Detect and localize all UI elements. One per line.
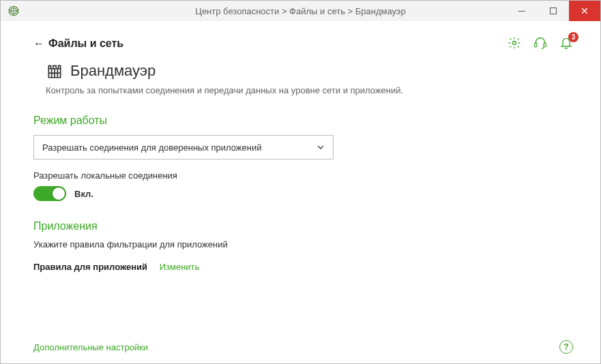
back-label: Файлы и сеть bbox=[48, 37, 123, 50]
mode-section-title: Режим работы bbox=[33, 115, 568, 127]
app-logo-icon bbox=[6, 3, 21, 18]
mode-select[interactable]: Разрешать соединения для доверенных прил… bbox=[33, 135, 334, 160]
svg-rect-5 bbox=[544, 43, 546, 47]
support-icon[interactable] bbox=[533, 36, 547, 50]
local-connections-toggle[interactable] bbox=[33, 186, 66, 201]
maximize-button[interactable] bbox=[538, 1, 569, 21]
chevron-down-icon bbox=[317, 143, 325, 151]
bell-icon[interactable]: 3 bbox=[559, 36, 573, 50]
page-title: Брандмауэр bbox=[70, 62, 156, 80]
titlebar: Центр безопасности > Файлы и сеть > Бран… bbox=[1, 1, 600, 21]
minimize-button[interactable] bbox=[506, 1, 538, 21]
apps-description: Укажите правила фильтрации для приложени… bbox=[33, 239, 568, 249]
close-button[interactable]: ✕ bbox=[569, 1, 600, 21]
toggle-state-label: Вкл. bbox=[74, 189, 93, 199]
back-link[interactable]: ← Файлы и сеть bbox=[33, 37, 568, 50]
window-controls: ✕ bbox=[506, 1, 600, 21]
svg-point-3 bbox=[513, 42, 516, 45]
local-connections-label: Разрешать локальные соединения bbox=[33, 170, 568, 181]
change-link[interactable]: Изменить bbox=[160, 262, 200, 272]
apps-section-title: Приложения bbox=[33, 220, 568, 232]
firewall-icon bbox=[46, 62, 63, 80]
help-icon[interactable]: ? bbox=[559, 340, 573, 354]
back-arrow-icon: ← bbox=[33, 37, 44, 50]
notification-badge: 3 bbox=[568, 32, 578, 42]
mode-select-value: Разрешать соединения для доверенных прил… bbox=[42, 142, 262, 153]
more-settings-link[interactable]: Дополнительные настройки bbox=[33, 342, 148, 352]
svg-rect-4 bbox=[535, 43, 537, 47]
gear-icon[interactable] bbox=[508, 36, 521, 50]
app-rules-label: Правила для приложений bbox=[33, 262, 147, 272]
page-description: Контроль за попытками соединения и перед… bbox=[46, 85, 568, 95]
